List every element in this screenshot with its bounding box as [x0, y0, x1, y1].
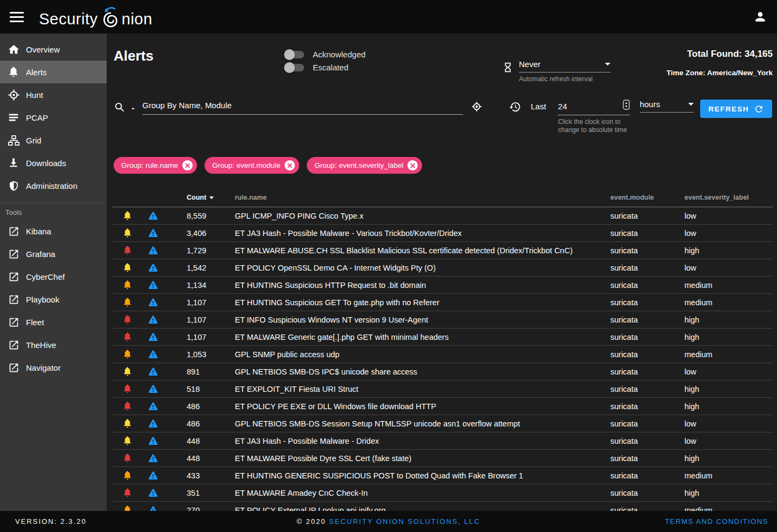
sidebar-item-grid[interactable]: Grid	[0, 129, 107, 152]
time-amount-input[interactable]	[558, 101, 607, 111]
severity-bell-icon[interactable]	[113, 349, 142, 359]
info-triangle-icon[interactable]	[142, 228, 164, 239]
user-account-icon[interactable]	[753, 10, 767, 24]
open-in-new-icon	[7, 293, 20, 306]
escalated-toggle[interactable]: Escalated	[284, 63, 376, 72]
sidebar-tool-navigator[interactable]: Navigator	[0, 356, 107, 379]
chip-close-icon[interactable]: ✕	[285, 160, 295, 170]
search-input[interactable]	[142, 100, 463, 114]
sidebar-tool-fleet[interactable]: Fleet	[0, 311, 107, 333]
sidebar-tool-playbook[interactable]: Playbook	[0, 288, 107, 311]
info-triangle-icon[interactable]	[142, 280, 164, 291]
sidebar-tool-grafana[interactable]: Grafana	[0, 242, 107, 265]
sidebar-item-downloads[interactable]: Downloads	[0, 152, 107, 174]
alert-count: 1,542	[164, 264, 235, 272]
filter-chips: Group: rule.name✕Group: event.module✕Gro…	[114, 157, 773, 174]
copyright-link[interactable]: SECURITY ONION SOLUTIONS, LLC	[329, 517, 480, 526]
filter-chip[interactable]: Group: rule.name✕	[114, 157, 197, 174]
chip-close-icon[interactable]: ✕	[407, 160, 418, 170]
sidebar-tool-thehive[interactable]: TheHive	[0, 333, 107, 356]
severity-bell-icon[interactable]	[113, 453, 142, 463]
sidebar-item-overview[interactable]: Overview	[0, 38, 107, 61]
severity-bell-icon[interactable]	[113, 280, 142, 290]
column-header-event-module[interactable]: event.module	[610, 194, 684, 201]
sidebar-item-hunt[interactable]: Hunt	[0, 83, 107, 106]
filter-chip[interactable]: Group: event.severity_label✕	[307, 157, 422, 174]
info-triangle-icon[interactable]	[142, 453, 164, 464]
menu-icon[interactable]	[10, 12, 24, 22]
column-header-severity-label[interactable]: event.severity_label	[684, 194, 773, 201]
alert-row[interactable]: 486ET POLICY PE EXE or DLL Windows file …	[113, 398, 773, 415]
alert-event-module: suricata	[610, 212, 684, 220]
info-triangle-icon[interactable]	[142, 245, 164, 256]
severity-bell-icon[interactable]	[113, 488, 142, 498]
alert-row[interactable]: 1,107ET HUNTING Suspicious GET To gate.p…	[113, 294, 773, 311]
info-triangle-icon[interactable]	[142, 470, 164, 481]
clock-history-icon[interactable]	[509, 101, 521, 115]
info-triangle-icon[interactable]	[142, 332, 164, 343]
alert-row[interactable]: 270ET POLICY External IP Lookup api.ipif…	[113, 502, 773, 511]
alert-row[interactable]: 1,107ET MALWARE Generic gate[.].php GET …	[113, 329, 773, 346]
column-header-rule-name[interactable]: rule.name	[235, 194, 610, 201]
alert-row[interactable]: 448ET MALWARE Possible Dyre SSL Cert (fa…	[113, 450, 773, 467]
severity-bell-icon[interactable]	[113, 366, 142, 377]
alert-row[interactable]: 518ET EXPLOIT_KIT Fiesta URI Structsuric…	[113, 380, 773, 398]
info-triangle-icon[interactable]	[142, 384, 164, 395]
alert-row[interactable]: 1,134ET HUNTING Suspicious HTTP Request …	[113, 277, 773, 294]
refresh-button[interactable]: REFRESH	[700, 100, 772, 118]
toggle-track[interactable]	[286, 51, 304, 58]
query-target-icon[interactable]	[471, 101, 483, 115]
info-triangle-icon[interactable]	[142, 297, 164, 308]
info-triangle-icon[interactable]	[142, 211, 164, 221]
severity-bell-icon[interactable]	[113, 418, 142, 429]
alert-row[interactable]: 1,107ET INFO Suspicious Windows NT versi…	[113, 311, 773, 329]
alert-row[interactable]: 891GPL NETBIOS SMB-DS IPC$ unicode share…	[113, 363, 773, 380]
time-unit-select[interactable]: hours	[640, 100, 694, 113]
sidebar-item-administration[interactable]: Administration	[0, 174, 107, 197]
alert-row[interactable]: 1,053GPL SNMP public access udpsuricatam…	[113, 346, 773, 363]
info-triangle-icon[interactable]	[142, 262, 164, 273]
timezone: Time Zone: America/New_York	[610, 69, 773, 77]
alert-row[interactable]: 351ET MALWARE Amadey CnC Check-Insuricat…	[113, 484, 773, 502]
severity-bell-icon[interactable]	[113, 245, 142, 255]
info-triangle-icon[interactable]	[142, 314, 164, 325]
toggle-track[interactable]	[286, 64, 304, 71]
sidebar-tool-cyberchef[interactable]: CyberChef	[0, 265, 107, 288]
column-header-count[interactable]: Count	[164, 194, 235, 201]
alert-row[interactable]: 1,542ET POLICY OpenSSL Demo CA - Interne…	[113, 259, 773, 277]
info-triangle-icon[interactable]	[142, 436, 164, 446]
query-history-chevron-icon[interactable]	[129, 105, 137, 113]
severity-bell-icon[interactable]	[113, 470, 142, 481]
refresh-interval-select[interactable]: Never	[519, 60, 610, 73]
alert-row[interactable]: 8,559GPL ICMP_INFO PING Cisco Type.xsuri…	[113, 207, 773, 225]
severity-bell-icon[interactable]	[113, 262, 142, 273]
sidebar-tool-kibana[interactable]: Kibana	[0, 220, 107, 242]
terms-link[interactable]: TERMS AND CONDITIONS	[665, 517, 768, 526]
severity-bell-icon[interactable]	[113, 332, 142, 342]
info-triangle-icon[interactable]	[142, 488, 164, 498]
severity-bell-icon[interactable]	[113, 505, 142, 511]
severity-bell-icon[interactable]	[113, 314, 142, 325]
acknowledged-toggle[interactable]: Acknowledged	[284, 50, 376, 59]
info-triangle-icon[interactable]	[142, 349, 164, 360]
severity-bell-icon[interactable]	[113, 384, 142, 394]
severity-bell-icon[interactable]	[113, 228, 142, 238]
sidebar-item-pcap[interactable]: PCAP	[0, 106, 107, 129]
alert-row[interactable]: 486GPL NETBIOS SMB-DS Session Setup NTML…	[113, 415, 773, 432]
info-triangle-icon[interactable]	[142, 401, 164, 412]
filter-chip[interactable]: Group: event.module✕	[205, 157, 299, 174]
severity-bell-icon[interactable]	[113, 436, 142, 446]
severity-bell-icon[interactable]	[113, 297, 142, 307]
info-triangle-icon[interactable]	[142, 505, 164, 511]
alert-row[interactable]: 3,406ET JA3 Hash - Possible Malware - Va…	[113, 225, 773, 242]
sidebar-item-alerts[interactable]: Alerts	[0, 61, 107, 83]
alert-row[interactable]: 1,729ET MALWARE ABUSE.CH SSL Blacklist M…	[113, 242, 773, 259]
alert-row[interactable]: 433ET HUNTING GENERIC SUSPICIOUS POST to…	[113, 467, 773, 484]
number-stepper-icon[interactable]	[623, 100, 630, 112]
info-triangle-icon[interactable]	[142, 366, 164, 377]
chip-close-icon[interactable]: ✕	[182, 160, 193, 170]
info-triangle-icon[interactable]	[142, 418, 164, 429]
severity-bell-icon[interactable]	[113, 211, 142, 221]
alert-row[interactable]: 448ET JA3 Hash - Possible Malware - Drid…	[113, 432, 773, 450]
severity-bell-icon[interactable]	[113, 401, 142, 411]
